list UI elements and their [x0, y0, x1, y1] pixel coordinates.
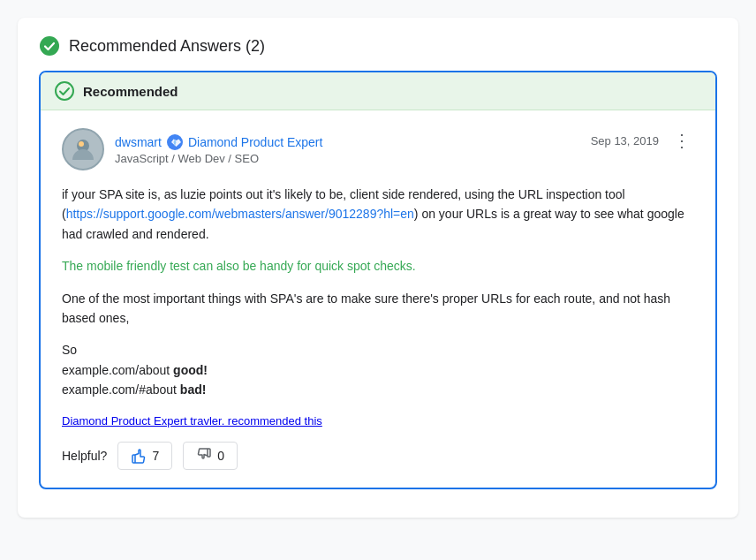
author-info: dwsmart Diamond Product Expert JavaScrip… [115, 134, 322, 165]
recommended-check-icon [55, 81, 74, 101]
author-subtitle: JavaScript / Web Dev / SEO [115, 152, 322, 165]
paragraph-2: The mobile friendly test can also be han… [62, 256, 694, 276]
author-left: dwsmart Diamond Product Expert JavaScrip… [62, 128, 322, 170]
good-example: example.com/about good! [62, 363, 208, 377]
mobile-test-sentence: The mobile friendly test can also be han… [62, 259, 416, 273]
answer-text: if your SPA site is, as luzie points out… [62, 185, 694, 400]
support-link[interactable]: https://support.google.com/webmasters/an… [66, 207, 414, 221]
bad-example: example.com/#about bad! [62, 382, 206, 397]
recommended-answers-title: Recommended Answers (2) [69, 37, 265, 56]
author-right: Sep 13, 2019 ⋮ [591, 128, 694, 153]
main-container: Recommended Answers (2) Recommended [18, 18, 738, 518]
thumbs-down-icon [196, 448, 212, 464]
avatar-image [69, 135, 97, 163]
more-options-button[interactable]: ⋮ [669, 128, 694, 153]
thumbs-up-icon [131, 448, 147, 464]
helpful-label: Helpful? [62, 449, 107, 463]
diamond-badge-icon [167, 134, 183, 150]
downvote-count: 0 [217, 449, 224, 463]
expert-recommendation: Diamond Product Expert travler. recommen… [62, 414, 694, 428]
examples: So example.com/about good! example.com/#… [62, 340, 694, 399]
author-role: Diamond Product Expert [188, 135, 323, 149]
downvote-button[interactable]: 0 [183, 442, 238, 470]
recommended-box: Recommended dwsmart [39, 71, 717, 489]
svg-point-1 [56, 82, 73, 100]
helpful-row: Helpful? 7 0 [62, 442, 694, 470]
upvote-button[interactable]: 7 [117, 442, 172, 470]
author-name[interactable]: dwsmart [115, 135, 162, 149]
svg-point-3 [79, 141, 84, 147]
paragraph-1: if your SPA site is, as luzie points out… [62, 185, 694, 244]
post-date: Sep 13, 2019 [591, 134, 659, 148]
recommended-label: Recommended [83, 84, 178, 99]
upvote-count: 7 [152, 449, 159, 463]
recommended-answers-header: Recommended Answers (2) [39, 35, 717, 57]
svg-point-0 [40, 36, 59, 56]
paragraph-3: One of the most important things with SP… [62, 289, 694, 329]
author-row: dwsmart Diamond Product Expert JavaScrip… [62, 128, 694, 170]
check-circle-icon [39, 35, 60, 57]
expert-recommendation-link[interactable]: Diamond Product Expert travler. recommen… [62, 414, 322, 428]
recommended-label-bar: Recommended [41, 72, 715, 110]
author-name-row: dwsmart Diamond Product Expert [115, 134, 322, 150]
avatar [62, 128, 104, 170]
answer-body: dwsmart Diamond Product Expert JavaScrip… [41, 110, 715, 488]
